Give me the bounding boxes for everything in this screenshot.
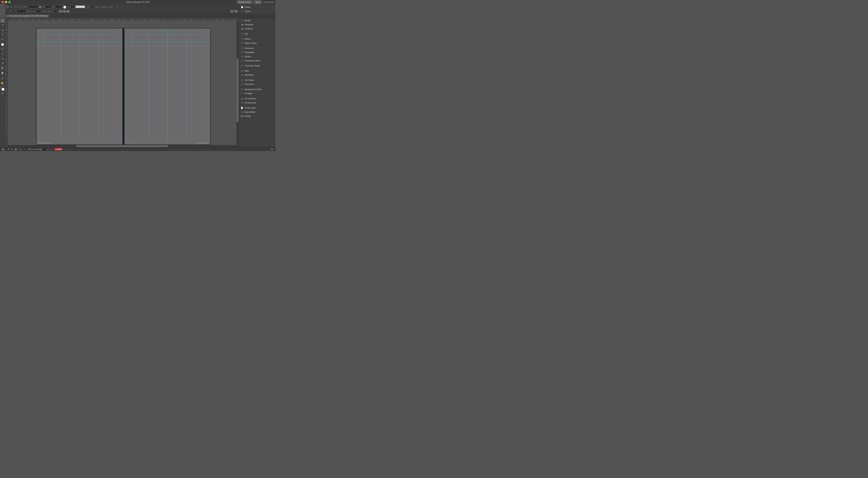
background-tasks-label: Background Tasks xyxy=(245,88,261,90)
panel-item-character[interactable]: A Character xyxy=(239,46,276,50)
h-scroll-thumb[interactable] xyxy=(76,145,168,147)
w-input[interactable]: 0 xyxy=(27,5,38,8)
style-select[interactable]: [Basic (working)] xyxy=(27,148,50,151)
zoom-input[interactable] xyxy=(86,5,93,8)
eyedropper-tool[interactable]: 🖊 xyxy=(1,76,5,81)
tab-close-icon[interactable]: ✕ xyxy=(7,15,9,17)
layers-label: Layers xyxy=(245,10,251,12)
panel-item-align[interactable]: ⊞ Align xyxy=(239,69,276,73)
publish-online-button[interactable]: Publish Online xyxy=(237,1,252,4)
ellipse-tool[interactable]: ◯ xyxy=(1,47,5,51)
panel-item-script-label[interactable]: 📝 Script Label xyxy=(239,106,276,110)
document-tab[interactable]: ✕ HS_2019_04_IILindd @ 75% [GPU Preview] xyxy=(5,14,50,18)
right-panel: 📄 Pages ≡ Layers 🔗 Links — Stroke ▣ Swat… xyxy=(239,4,276,151)
panel-item-pages[interactable]: 📄 Pages xyxy=(239,5,276,9)
stroke-label: Stroke xyxy=(245,19,251,22)
panel-item-layers[interactable]: ≡ Layers xyxy=(239,9,276,13)
separator-2 xyxy=(239,31,276,31)
separator-5 xyxy=(239,63,276,63)
panel-item-text-wrap[interactable]: ⊡ Text Wrap xyxy=(239,78,276,82)
panel-item-shutterstock[interactable]: S Shutterstock xyxy=(239,100,276,105)
object-styles-icon: ◻ xyxy=(241,42,243,44)
canvas-area[interactable]: PB / Hard Swatche Front Swatche / PB xyxy=(8,20,239,147)
stroke-input[interactable] xyxy=(67,5,75,8)
panel-item-background-tasks[interactable]: ⏱ Background Tasks xyxy=(239,87,276,91)
v-scroll-thumb[interactable] xyxy=(237,59,239,122)
panel-item-scripts[interactable]: ⌨ Scripts xyxy=(239,114,276,118)
scissors-tool[interactable]: ✂ xyxy=(1,57,5,61)
panel-item-paragraph[interactable]: ¶ Paragraph xyxy=(239,50,276,54)
transform-label: Transform xyxy=(245,83,254,85)
lock-icon: 🔒 xyxy=(39,6,41,8)
minimize-button[interactable] xyxy=(5,1,7,3)
align-right-btn[interactable]: ⊠ xyxy=(66,10,70,13)
hand-tool[interactable]: ✋ xyxy=(1,71,5,75)
data-merge-icon: ⊞ xyxy=(241,111,243,113)
close-button[interactable] xyxy=(1,1,4,3)
horizontal-scrollbar[interactable] xyxy=(8,145,237,147)
panel-item-stroke[interactable]: — Stroke xyxy=(239,18,276,23)
object-styles-label: Object Styles xyxy=(245,42,257,44)
panel-item-gradient[interactable]: ▧ Gradient xyxy=(239,27,276,31)
y-field: Y: xyxy=(6,10,26,13)
direct-select-tool[interactable]: ↗ xyxy=(1,23,5,27)
panel-item-pathfinder[interactable]: ⊕ Pathfinder xyxy=(239,73,276,77)
user-account-button[interactable]: ajk10 xyxy=(254,1,262,4)
panel-item-character-styles[interactable]: A Character Styles xyxy=(239,64,276,68)
y-input[interactable] xyxy=(16,10,26,13)
zoom-tool[interactable]: 🔍 xyxy=(1,66,5,70)
page-add-btn[interactable]: + xyxy=(19,148,22,151)
align-center-btn[interactable]: ⊟ xyxy=(62,10,66,13)
align-left-btn[interactable]: ⊞ xyxy=(59,10,62,13)
maximize-button[interactable] xyxy=(8,1,10,3)
panel-item-cc-libraries[interactable]: ☁ CC Libraries xyxy=(239,96,276,100)
window-controls xyxy=(1,1,10,3)
page-prev-btn[interactable]: ◀ xyxy=(1,148,4,151)
align-buttons: ⊞ ⊟ ⊠ xyxy=(59,10,70,13)
col-guide-3 xyxy=(98,35,99,138)
layers-icon: ≡ xyxy=(241,10,243,12)
panel-item-data-merge[interactable]: ⊞ Data Merge xyxy=(239,110,276,114)
pen-tool[interactable]: ✒ xyxy=(1,28,5,32)
panel-item-transform[interactable]: ⟲ Transform xyxy=(239,82,276,86)
panel-item-paragraph-styles[interactable]: ¶ Paragraph Styles xyxy=(239,59,276,63)
settings-btn[interactable]: ⚙ xyxy=(230,10,234,13)
pages-icon: 📄 xyxy=(241,6,243,8)
width-input[interactable] xyxy=(46,10,57,13)
style-dropdown[interactable]: [Basic Graphics Frame+] xyxy=(94,5,119,8)
character-icon: A xyxy=(241,47,243,50)
free-transform-tool[interactable]: ⟲ xyxy=(1,61,5,65)
none-fill-tool[interactable]: ∅ xyxy=(1,91,5,95)
measure-tool[interactable]: 📐 xyxy=(1,81,5,85)
angle-input[interactable] xyxy=(44,5,51,8)
h-input[interactable] xyxy=(30,10,41,13)
panel-item-glyphs[interactable]: Ω Glyphs xyxy=(239,54,276,59)
pencil-tool[interactable]: ✏ xyxy=(1,37,5,41)
scripts-label: Scripts xyxy=(245,115,251,117)
fill-swatch[interactable] xyxy=(63,6,66,8)
margin-guide xyxy=(43,35,116,138)
panel-item-preflight[interactable]: ✓ Preflight xyxy=(239,91,276,95)
vertical-scrollbar[interactable] xyxy=(237,20,239,147)
rectangle-frame-tool[interactable]: ⬜ xyxy=(1,42,5,47)
page-next-btn[interactable]: ▶ xyxy=(15,148,18,151)
panel-item-effects[interactable]: ✦ Effects xyxy=(239,37,276,41)
shear-icon: ⊿ xyxy=(52,6,54,8)
script-label-label: Script Label xyxy=(245,107,255,109)
polygon-tool[interactable]: △ xyxy=(1,51,5,55)
stroke-style-selector[interactable] xyxy=(75,5,85,8)
text-tool[interactable]: T xyxy=(1,33,5,37)
error-badge[interactable]: 1 error xyxy=(55,148,62,150)
shear-input[interactable] xyxy=(54,5,62,8)
panel-item-swatches[interactable]: ▣ Swatches xyxy=(239,23,276,27)
swatches-label: Swatches xyxy=(245,23,254,26)
expand-btn[interactable]: ≫ xyxy=(234,10,238,13)
selection-tool[interactable]: ↖ xyxy=(1,19,5,23)
page-select[interactable]: 40 xyxy=(6,148,13,151)
fill-box[interactable] xyxy=(2,88,4,91)
panel-item-info[interactable]: ℹ Info xyxy=(239,32,276,36)
effects-label: Effects xyxy=(245,38,251,40)
x-input[interactable]: -233,067 mm xyxy=(13,5,24,8)
panel-item-object-styles[interactable]: ◻ Object Styles xyxy=(239,41,276,45)
shutterstock-icon: S xyxy=(241,101,243,104)
